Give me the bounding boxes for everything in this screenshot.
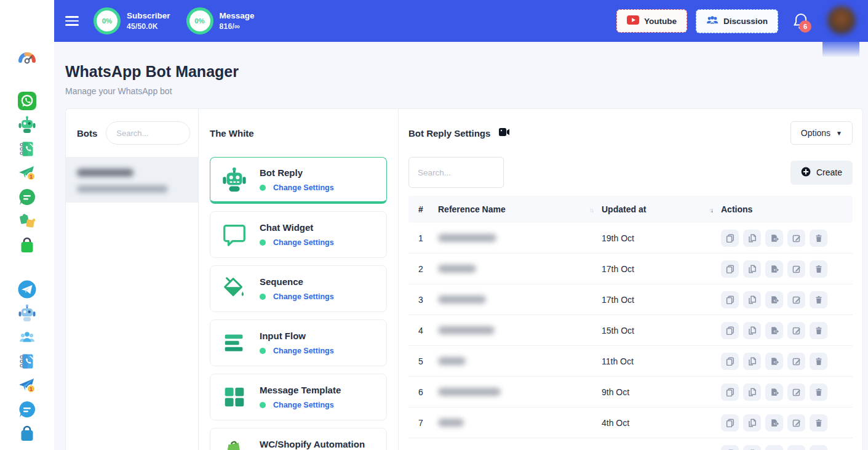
edit-button[interactable] (787, 414, 805, 432)
avatar[interactable] (827, 6, 856, 34)
menu-toggle-icon[interactable] (65, 14, 79, 28)
export-button[interactable] (765, 445, 783, 450)
change-settings-link[interactable]: Change Settings (273, 401, 334, 409)
export-button[interactable] (765, 230, 783, 247)
duplicate-button[interactable] (743, 230, 761, 247)
duplicate-button[interactable] (743, 322, 761, 339)
bot-features-panel: The White Bot Reply Change Settings (199, 109, 399, 450)
create-button[interactable]: Create (790, 161, 853, 185)
youtube-icon (627, 15, 639, 26)
change-settings-link[interactable]: Change Settings (273, 347, 334, 355)
col-header-number[interactable]: # (408, 204, 438, 214)
dashboard-gauge-icon[interactable] (17, 49, 38, 70)
whatsapp-shop-icon[interactable] (17, 235, 38, 255)
table-row: 1 19th Oct (408, 223, 853, 254)
edit-button[interactable] (787, 291, 805, 308)
duplicate-button[interactable] (743, 353, 761, 370)
edit-button[interactable] (787, 384, 805, 401)
duplicate-button[interactable] (743, 414, 761, 432)
copy-button[interactable] (721, 353, 739, 370)
export-button[interactable] (765, 384, 783, 401)
export-button[interactable] (765, 414, 783, 432)
telegram-shop-icon[interactable] (17, 423, 38, 444)
feature-card-wc-shopify[interactable]: S WC/Shopify Automation Change Settings (210, 428, 387, 450)
delete-button[interactable] (810, 322, 827, 339)
export-button[interactable] (765, 291, 783, 308)
edit-button[interactable] (787, 260, 805, 278)
delete-button[interactable] (810, 260, 827, 278)
sort-icon-active-desc[interactable]: ↑↓ (709, 207, 712, 214)
whatsapp-bot-icon[interactable] (17, 115, 38, 135)
reference-name-masked (438, 234, 496, 242)
duplicate-button[interactable] (743, 260, 761, 278)
export-button[interactable] (765, 353, 783, 370)
delete-button[interactable] (810, 353, 827, 370)
feature-card-sequence[interactable]: Sequence Change Settings (210, 265, 387, 312)
updated-at: 19th Oct (602, 233, 721, 243)
feature-card-input-flow[interactable]: Input Flow Change Settings (210, 319, 387, 366)
duplicate-button[interactable] (743, 291, 761, 308)
telegram-icon[interactable] (17, 279, 38, 300)
export-button[interactable] (765, 322, 783, 339)
row-number: 5 (408, 356, 438, 366)
change-settings-link[interactable]: Change Settings (273, 292, 334, 301)
copy-button[interactable] (721, 445, 739, 450)
copy-button[interactable] (721, 414, 739, 432)
bot-list-item-selected[interactable] (66, 157, 198, 203)
change-settings-link[interactable]: Change Settings (273, 183, 334, 192)
telegram-contacts-icon[interactable] (17, 351, 38, 372)
options-button[interactable]: Options ▼ (790, 121, 853, 145)
whatsapp-contacts-icon[interactable] (17, 139, 38, 159)
col-header-reference-name[interactable]: Reference Name ↑↓ (438, 204, 602, 214)
copy-button[interactable] (721, 230, 739, 247)
bot-name-masked (77, 169, 133, 177)
svg-text:1: 1 (30, 386, 33, 392)
youtube-button[interactable]: Youtube (616, 9, 687, 33)
updated-at: 15th Oct (602, 326, 721, 335)
sort-icon[interactable]: ↑↓ (589, 207, 593, 214)
table-row: 2 17th Oct (408, 254, 853, 284)
video-tutorial-icon[interactable] (499, 127, 509, 139)
copy-button[interactable] (721, 322, 739, 339)
edit-button[interactable] (787, 445, 805, 450)
integrations-puzzle-icon[interactable] (17, 211, 38, 231)
bot-reply-settings-panel: Bot Reply Settings Options ▼ Create (399, 109, 862, 450)
feature-card-chat-widget[interactable]: Chat Widget Change Settings (210, 211, 387, 258)
copy-button[interactable] (721, 291, 739, 308)
col-header-updated-at[interactable]: Updated at ↑↓ (602, 204, 721, 214)
updated-at: 17th Oct (602, 264, 721, 274)
reply-search-input[interactable] (408, 157, 504, 188)
delete-button[interactable] (810, 414, 827, 432)
duplicate-button[interactable] (743, 384, 761, 401)
edit-button[interactable] (787, 353, 805, 370)
reference-name-masked (438, 388, 501, 396)
delete-button[interactable] (810, 445, 827, 450)
list-bars-icon (220, 329, 249, 357)
whatsapp-chat-icon[interactable] (17, 187, 38, 207)
duplicate-button[interactable] (743, 445, 761, 450)
feature-card-bot-reply[interactable]: Bot Reply Change Settings (210, 157, 387, 204)
delete-button[interactable] (810, 291, 827, 308)
edit-button[interactable] (787, 230, 805, 247)
delete-button[interactable] (810, 230, 827, 247)
telegram-chat-icon[interactable] (17, 399, 38, 420)
delete-button[interactable] (810, 384, 827, 401)
edit-button[interactable] (787, 322, 805, 339)
notifications-bell-icon[interactable]: 6 (793, 12, 809, 30)
telegram-group-icon[interactable] (17, 327, 38, 348)
reference-name-masked (438, 326, 495, 334)
discussion-button[interactable]: Discussion (696, 9, 778, 33)
feature-card-message-template[interactable]: Message Template Change Settings (210, 374, 387, 420)
change-settings-link[interactable]: Change Settings (273, 238, 334, 247)
updated-at: 17th Oct (602, 295, 721, 305)
whatsapp-icon[interactable] (17, 90, 38, 111)
telegram-bot-icon[interactable] (17, 303, 38, 324)
copy-button[interactable] (721, 260, 739, 278)
table-row: 3 17th Oct (408, 284, 853, 315)
copy-button[interactable] (721, 384, 739, 401)
bots-search-input[interactable] (106, 121, 190, 145)
whatsapp-broadcast-icon[interactable]: 1 (17, 163, 38, 183)
subscriber-label: Subscriber (127, 11, 170, 20)
export-button[interactable] (765, 260, 783, 278)
telegram-broadcast-icon[interactable]: 1 (17, 375, 38, 396)
